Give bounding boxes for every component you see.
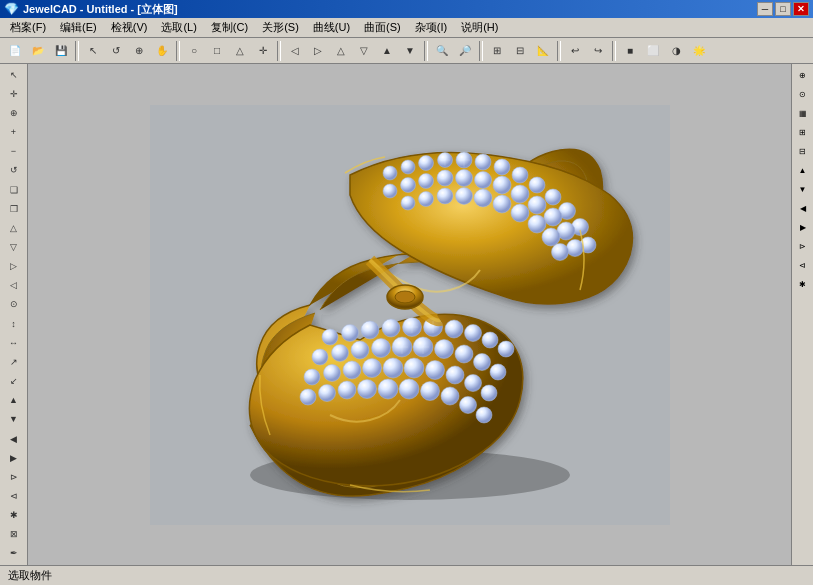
menu-shape[interactable]: 关形(S) [256,18,305,37]
left-btn-star[interactable]: ✱ [2,507,26,525]
tb-circle[interactable]: ○ [183,40,205,62]
left-btn-tri-up[interactable]: ▲ [2,392,26,410]
tb-undo[interactable]: ↩ [564,40,586,62]
left-btn-tri-r[interactable]: ▶ [2,449,26,467]
tb-rect[interactable]: □ [206,40,228,62]
right-btn-9[interactable]: ▶ [794,218,812,236]
right-btn-7[interactable]: ▼ [794,180,812,198]
menu-view[interactable]: 检视(V) [105,18,154,37]
tb-grid[interactable]: ⊞ [486,40,508,62]
ring-display [150,105,670,525]
left-btn-tri-l[interactable]: ◀ [2,430,26,448]
tb-sep5 [479,41,483,61]
tb-solid[interactable]: ■ [619,40,641,62]
tb-zoom-in[interactable]: ⊕ [128,40,150,62]
right-btn-6[interactable]: ▲ [794,161,812,179]
tb-save[interactable]: 💾 [50,40,72,62]
title-bar: 💎 JewelCAD - Untitled - [立体图] ─ □ ✕ [0,0,813,18]
left-btn-vert[interactable]: ↕ [2,315,26,333]
left-btn-diag2[interactable]: ↙ [2,373,26,391]
left-btn-zoom-in[interactable]: + [2,123,26,141]
menu-help[interactable]: 说明(H) [455,18,504,37]
close-button[interactable]: ✕ [793,2,809,16]
right-btn-2[interactable]: ⊙ [794,85,812,103]
tb-shade[interactable]: ◑ [665,40,687,62]
svg-point-55 [455,345,473,363]
tb-nav-back[interactable]: ▼ [399,40,421,62]
tb-cursor[interactable]: ↖ [82,40,104,62]
svg-point-9 [494,159,510,175]
right-btn-4[interactable]: ⊞ [794,123,812,141]
tb-nav-down[interactable]: ▽ [353,40,375,62]
menu-curve[interactable]: 曲线(U) [307,18,356,37]
tb-rotate[interactable]: ↺ [105,40,127,62]
svg-point-27 [566,239,583,256]
menu-select[interactable]: 选取(L) [155,18,202,37]
svg-point-62 [383,358,403,378]
menu-bar: 档案(F) 编辑(E) 检视(V) 选取(L) 复制(C) 关形(S) 曲线(U… [0,18,813,38]
left-btn-arr-r[interactable]: ⊳ [2,468,26,486]
left-btn-tri-dn[interactable]: ▼ [2,411,26,429]
tb-render[interactable]: 🌟 [688,40,710,62]
tb-pan[interactable]: ✋ [151,40,173,62]
tb-new[interactable]: 📄 [4,40,26,62]
left-btn-circle[interactable]: ⊙ [2,296,26,314]
svg-point-20 [455,169,472,186]
right-btn-10[interactable]: ⊳ [794,237,812,255]
left-btn-pen[interactable]: ✒ [2,545,26,563]
left-btn-diag1[interactable]: ↗ [2,353,26,371]
left-btn-right[interactable]: ▷ [2,258,26,276]
svg-point-40 [361,321,379,339]
svg-point-31 [455,187,472,204]
tb-tri[interactable]: △ [229,40,251,62]
tb-nav-left[interactable]: ◁ [284,40,306,62]
left-btn-horiz[interactable]: ↔ [2,334,26,352]
right-btn-1[interactable]: ⊕ [794,66,812,84]
left-btn-select[interactable]: ↖ [2,66,26,84]
menu-copy[interactable]: 复制(C) [205,18,254,37]
svg-point-61 [362,358,381,377]
right-btn-8[interactable]: ◀ [794,199,812,217]
canvas-area[interactable] [28,64,791,565]
tb-nav-right[interactable]: ▷ [307,40,329,62]
left-btn-rect2[interactable]: ❒ [2,200,26,218]
menu-misc[interactable]: 杂项(I) [409,18,453,37]
left-btn-arr-l[interactable]: ⊲ [2,487,26,505]
right-btn-11[interactable]: ⊲ [794,256,812,274]
right-btn-3[interactable]: ▦ [794,104,812,122]
tb-snap[interactable]: ⊟ [509,40,531,62]
svg-point-30 [437,188,453,204]
left-btn-zoom-out[interactable]: − [2,143,26,161]
menu-surface[interactable]: 曲面(S) [358,18,407,37]
tb-nav-front[interactable]: ▲ [376,40,398,62]
menu-file[interactable]: 档案(F) [4,18,52,37]
svg-point-76 [459,396,476,413]
svg-point-57 [490,364,506,380]
left-btn-up[interactable]: △ [2,219,26,237]
menu-edit[interactable]: 编辑(E) [54,18,103,37]
left-btn-rect[interactable]: ❑ [2,181,26,199]
svg-point-70 [338,381,356,399]
left-btn-left[interactable]: ◁ [2,277,26,295]
tb-nav-up[interactable]: △ [330,40,352,62]
tb-zoom-fit[interactable]: 🔍 [431,40,453,62]
tb-plus[interactable]: ✛ [252,40,274,62]
left-btn-cross[interactable]: ⊠ [2,526,26,544]
left-btn-move[interactable]: ✛ [2,85,26,103]
tb-wire[interactable]: ⬜ [642,40,664,62]
tb-zoom-out[interactable]: 🔎 [454,40,476,62]
tb-measure[interactable]: 📐 [532,40,554,62]
title-bar-controls[interactable]: ─ □ ✕ [757,2,809,16]
left-btn-rotate[interactable]: ↺ [2,162,26,180]
svg-point-18 [418,173,433,188]
svg-point-68 [300,389,316,405]
tb-redo[interactable]: ↪ [587,40,609,62]
right-btn-5[interactable]: ⊟ [794,142,812,160]
maximize-button[interactable]: □ [775,2,791,16]
left-btn-zoom[interactable]: ⊕ [2,104,26,122]
left-btn-down[interactable]: ▽ [2,238,26,256]
right-btn-12[interactable]: ✱ [794,275,812,293]
svg-point-58 [304,369,320,385]
tb-open[interactable]: 📂 [27,40,49,62]
minimize-button[interactable]: ─ [757,2,773,16]
